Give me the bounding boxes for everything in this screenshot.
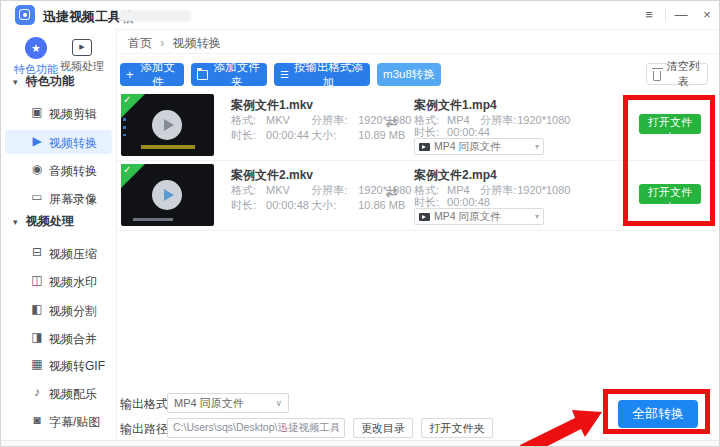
trash-icon xyxy=(653,71,661,81)
sidebar-item-video-split[interactable]: ◧ 视频分割 xyxy=(5,298,112,322)
shuffle-icon[interactable]: ⇄ xyxy=(385,183,398,201)
sidebar-item-label: 视频合并 xyxy=(49,331,97,348)
convert-all-button[interactable]: 全部转换 xyxy=(618,400,698,428)
section-title: 视频处理 xyxy=(26,214,74,228)
resolution-label: 分辨率: xyxy=(311,183,355,198)
folder-icon xyxy=(197,70,208,80)
clear-list-button[interactable]: 清空列表 xyxy=(646,63,708,85)
breadcrumb-home[interactable]: 首页 xyxy=(128,36,152,50)
sidebar-item-label: 视频剪辑 xyxy=(49,106,97,123)
tab-featured[interactable]: ★ 特色功能 xyxy=(13,37,59,77)
star-icon: ★ xyxy=(25,37,47,59)
shuffle-icon[interactable]: ⇄ xyxy=(385,113,398,131)
sidebar-item-video-convert[interactable]: ▶ 视频转换 xyxy=(5,130,112,154)
add-folder-button[interactable]: 添加文件夹 xyxy=(191,63,267,86)
format-value: MKV xyxy=(266,114,308,126)
play-icon[interactable] xyxy=(152,110,182,140)
size-label: 大小: xyxy=(311,198,355,213)
caret-down-icon: ▾ xyxy=(13,77,18,87)
resolution-value: 1920*1080 xyxy=(517,114,570,126)
output-format-value: MP4 同原文件 xyxy=(174,396,275,411)
video-format-icon xyxy=(419,143,430,151)
open-folder-button[interactable]: 打开文件夹 xyxy=(639,114,701,134)
size-label: 大小: xyxy=(311,128,355,143)
open-folder-button[interactable]: 打开文件夹 xyxy=(639,184,701,204)
selected-check-badge: ✓ xyxy=(121,94,145,118)
sidebar-item-label: 视频配乐 xyxy=(49,386,97,403)
m3u8-convert-button[interactable]: m3u8转换 xyxy=(377,63,441,86)
sidebar-item-video-compress[interactable]: ⊟ 视频压缩 xyxy=(5,241,112,265)
output-preset-dropdown[interactable]: MP4 同原文件 ▾ xyxy=(414,208,544,225)
output-path-label: 输出路径: xyxy=(120,421,171,438)
sidebar-item-audio-convert[interactable]: ◉ 音频转换 xyxy=(5,158,112,182)
target-file-name: 案例文件2.mp4 xyxy=(414,167,497,184)
duration-value: 00:00:48 xyxy=(266,199,308,211)
film-icon: ▶ xyxy=(72,39,92,56)
row-divider xyxy=(116,160,719,161)
sidebar-item-label: 视频水印 xyxy=(49,274,97,291)
output-preset-dropdown[interactable]: MP4 同原文件 ▾ xyxy=(414,138,544,155)
minimize-icon[interactable]: — xyxy=(671,6,691,24)
output-format-select[interactable]: MP4 同原文件 ∨ xyxy=(167,393,289,413)
video-thumbnail[interactable]: ✓ xyxy=(121,94,214,156)
sidebar-item-screen-record[interactable]: ▭ 屏幕录像 xyxy=(5,186,112,210)
thumbnail-caption xyxy=(141,145,195,149)
output-path-input[interactable] xyxy=(167,418,345,438)
duration-value: 00:00:44 xyxy=(447,126,490,138)
app-logo-icon xyxy=(15,5,35,25)
footer-strip xyxy=(1,440,719,447)
video-watermark-icon: ◫ xyxy=(29,273,45,287)
section-video-processing[interactable]: ▾ 视频处理 xyxy=(13,213,113,233)
video-merge-icon: ◨ xyxy=(29,330,45,344)
duration-value: 00:00:48 xyxy=(447,196,490,208)
sidebar-item-video-merge[interactable]: ◨ 视频合并 xyxy=(5,326,112,350)
sidebar-item-label: 字幕/贴图 xyxy=(49,414,100,431)
sidebar-item-label: 视频转GIF xyxy=(49,358,105,375)
sidebar-item-video-music[interactable]: ♪ 视频配乐 xyxy=(5,381,112,405)
size-value: 10.89 MB xyxy=(358,129,405,141)
video-convert-icon: ▶ xyxy=(29,134,45,148)
thumbnail-caption xyxy=(133,218,173,221)
sidebar-item-label: 视频转换 xyxy=(49,135,97,152)
open-output-folder-button[interactable]: 打开文件夹 xyxy=(421,418,493,438)
caret-down-icon: ▾ xyxy=(535,212,539,221)
music-note-icon: ♪ xyxy=(29,385,45,399)
source-file-name: 案例文件2.mkv xyxy=(231,167,313,184)
duration-label: 时长: xyxy=(231,198,263,213)
subtitle-icon: ◙ xyxy=(29,413,45,427)
resolution-label: 分辨率: xyxy=(311,113,355,128)
change-directory-button[interactable]: 更改目录 xyxy=(353,418,413,438)
sidebar: ★ 特色功能 ▶ 视频处理 ▾ 特色功能 ▣ 视频剪辑 ▶ 视频转换 ◉ 音频转… xyxy=(1,29,117,446)
section-featured[interactable]: ▾ 特色功能 xyxy=(13,73,113,93)
play-icon[interactable] xyxy=(152,180,182,210)
close-icon[interactable]: × xyxy=(697,6,717,24)
add-by-format-button[interactable]: ☰ 按输出格式添加 xyxy=(274,63,370,86)
caret-down-icon: ▾ xyxy=(535,142,539,151)
chevron-down-icon: ∨ xyxy=(275,398,282,408)
breadcrumb: 首页 › 视频转换 xyxy=(128,35,221,52)
video-thumbnail[interactable]: ✓ xyxy=(121,164,214,226)
format-label: 格式: xyxy=(231,113,263,128)
redacted-title-text xyxy=(119,10,191,22)
sidebar-item-video-watermark[interactable]: ◫ 视频水印 xyxy=(5,269,112,293)
source-meta-line: 时长: 00:00:48 大小: 10.86 MB xyxy=(231,198,405,213)
sidebar-item-label: 屏幕录像 xyxy=(49,191,97,208)
audio-convert-icon: ◉ xyxy=(29,162,45,176)
sidebar-item-video-to-gif[interactable]: ▦ 视频转GIF xyxy=(5,353,112,377)
plus-icon: + xyxy=(126,69,134,80)
preset-value: MP4 同原文件 xyxy=(434,140,531,154)
tab-video-processing[interactable]: ▶ 视频处理 xyxy=(59,37,105,74)
button-label: 添加文件 xyxy=(138,60,178,90)
source-file-name: 案例文件1.mkv xyxy=(231,97,313,114)
selected-check-badge: ✓ xyxy=(121,164,145,188)
sidebar-item-label: 视频压缩 xyxy=(49,246,97,263)
duration-value: 00:00:44 xyxy=(266,129,308,141)
sidebar-item-subtitle-sticker[interactable]: ◙ 字幕/贴图 xyxy=(5,409,112,433)
row-divider xyxy=(116,230,719,231)
video-edit-icon: ▣ xyxy=(29,105,45,119)
video-format-icon xyxy=(419,213,430,221)
menu-icon[interactable]: ≡ xyxy=(639,6,659,24)
output-format-label: 输出格式: xyxy=(120,396,171,413)
sidebar-item-video-edit[interactable]: ▣ 视频剪辑 xyxy=(5,101,112,125)
add-file-button[interactable]: + 添加文件 xyxy=(120,63,184,86)
